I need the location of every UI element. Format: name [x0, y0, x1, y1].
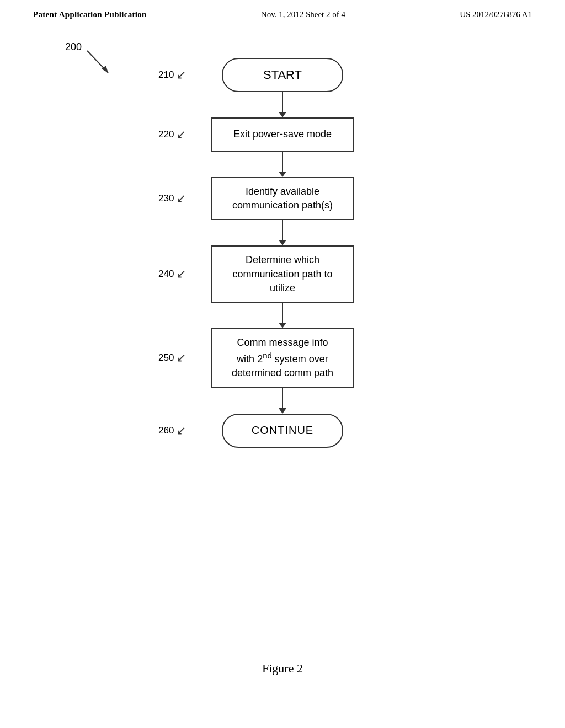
- determine-path-text: Determine whichcommunication path toutil…: [232, 253, 332, 295]
- step-row-210: 210 ↙ START: [189, 58, 376, 92]
- flowchart: 210 ↙ START 220 ↙ Exit power-save mode: [189, 58, 376, 448]
- figure-label: Figure 2: [262, 661, 303, 676]
- step-label-250: 250 ↙: [158, 352, 186, 364]
- step-number-220: 220: [158, 129, 174, 140]
- arrow-3: [279, 220, 286, 245]
- box-determine-path: Determine whichcommunication path toutil…: [211, 245, 354, 303]
- exit-power-save-text: Exit power-save mode: [233, 127, 332, 141]
- step-label-230: 230 ↙: [158, 192, 186, 205]
- ref-200-arrow: [82, 48, 115, 78]
- box-comm-message: Comm message infowith 2nd system overdet…: [211, 328, 354, 388]
- step-row-230: 230 ↙ Identify availablecommunication pa…: [189, 177, 376, 220]
- comm-message-text: Comm message infowith 2nd system overdet…: [232, 336, 333, 381]
- box-exit-power-save: Exit power-save mode: [211, 117, 354, 152]
- step-label-220: 220 ↙: [158, 129, 186, 141]
- diagram-area: 200 210 ↙ START 220 ↙: [0, 25, 565, 698]
- step-row-250: 250 ↙ Comm message infowith 2nd system o…: [189, 328, 376, 388]
- step-row-240: 240 ↙ Determine whichcommunication path …: [189, 245, 376, 303]
- step-label-260: 260 ↙: [158, 425, 186, 437]
- step-row-260: 260 ↙ CONTINUE: [189, 414, 376, 448]
- header-center: Nov. 1, 2012 Sheet 2 of 4: [261, 10, 345, 19]
- start-text: START: [263, 68, 302, 82]
- step-number-260: 260: [158, 425, 174, 436]
- curl-240: ↙: [176, 268, 186, 280]
- box-start: START: [222, 58, 343, 92]
- curl-220: ↙: [176, 129, 186, 141]
- step-label-240: 240 ↙: [158, 268, 186, 280]
- curl-250: ↙: [176, 352, 186, 364]
- header-right: US 2012/0276876 A1: [460, 10, 532, 19]
- curl-210: ↙: [176, 69, 186, 81]
- step-number-240: 240: [158, 269, 174, 280]
- box-continue: CONTINUE: [222, 414, 343, 448]
- header-left: Patent Application Publication: [33, 10, 147, 19]
- step-number-210: 210: [158, 69, 174, 81]
- identify-paths-text: Identify availablecommunication path(s): [232, 185, 333, 212]
- ref-200-label: 200: [65, 41, 82, 53]
- arrow-4: [279, 303, 286, 328]
- step-number-230: 230: [158, 193, 174, 204]
- arrow-5: [279, 388, 286, 414]
- arrow-2: [279, 152, 286, 177]
- continue-text: CONTINUE: [252, 424, 313, 437]
- arrow-1: [279, 92, 286, 117]
- curl-230: ↙: [176, 192, 186, 205]
- step-row-220: 220 ↙ Exit power-save mode: [189, 117, 376, 152]
- curl-260: ↙: [176, 425, 186, 437]
- step-label-210: 210 ↙: [158, 69, 186, 81]
- step-number-250: 250: [158, 352, 174, 363]
- box-identify-paths: Identify availablecommunication path(s): [211, 177, 354, 220]
- header: Patent Application Publication Nov. 1, 2…: [0, 0, 565, 25]
